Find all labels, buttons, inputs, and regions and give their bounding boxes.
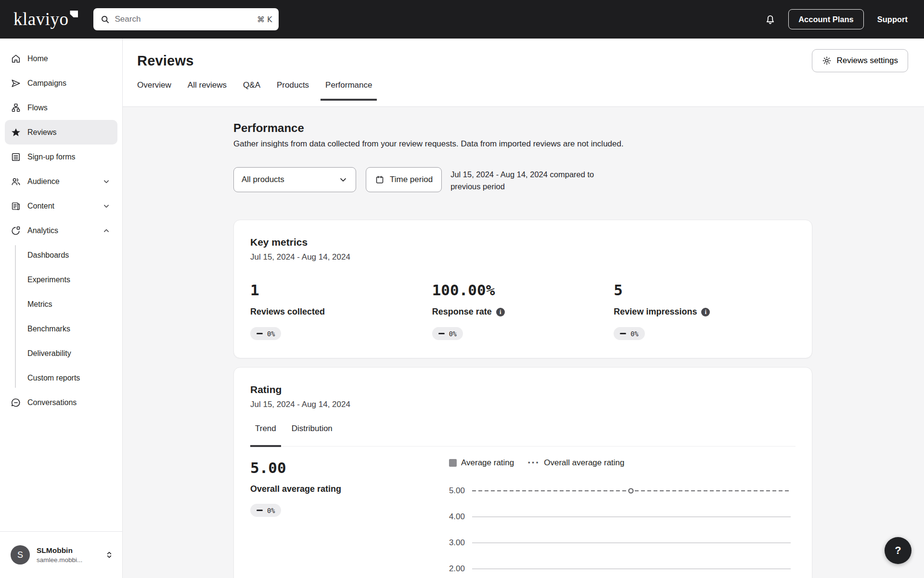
- data-point-marker[interactable]: [628, 488, 633, 494]
- tab-distribution[interactable]: Distribution: [287, 424, 337, 446]
- metric-value: 1: [250, 281, 432, 299]
- reviews-settings-button[interactable]: Reviews settings: [812, 49, 908, 72]
- sidebar-item-home[interactable]: Home: [5, 46, 117, 71]
- key-metrics-title: Key metrics: [250, 236, 796, 248]
- no-change-dash-icon: [257, 510, 263, 511]
- y-axis-tick-label: 2.00: [442, 564, 465, 574]
- change-badge: 0%: [250, 504, 281, 517]
- overall-rating-label: Overall average rating: [250, 484, 442, 494]
- change-badge: 0%: [432, 327, 463, 340]
- klaviyo-wordmark: klaviyo: [13, 10, 68, 29]
- tab-overview[interactable]: Overview: [132, 80, 176, 100]
- sidebar-item-audience[interactable]: Audience: [5, 169, 117, 194]
- tab-products[interactable]: Products: [272, 80, 314, 100]
- sidebar-item-custom-reports[interactable]: Custom reports: [0, 366, 122, 390]
- chart-legend: Average rating ··· Overall average ratin…: [442, 457, 796, 469]
- page-title: Reviews: [137, 53, 812, 69]
- tab-trend[interactable]: Trend: [250, 424, 281, 447]
- sidebar-item-reviews[interactable]: Reviews: [5, 120, 117, 144]
- metric-reviews-collected: 1 Reviews collected 0%: [250, 281, 432, 340]
- flows-icon: [11, 103, 21, 113]
- chevron-down-icon: [102, 177, 111, 186]
- analytics-pie-icon: [11, 225, 21, 236]
- form-icon: [11, 152, 21, 162]
- rating-trend-chart: Average rating ··· Overall average ratin…: [442, 457, 796, 578]
- rating-chart-rows: 5.004.003.002.00: [442, 469, 796, 578]
- klaviyo-logo[interactable]: klaviyo: [13, 10, 78, 29]
- star-icon: [11, 127, 21, 138]
- global-search[interactable]: ⌘ K: [93, 8, 279, 30]
- time-period-button[interactable]: Time period: [366, 167, 442, 192]
- chat-icon: [11, 397, 21, 408]
- sidebar-item-signup-forms[interactable]: Sign-up forms: [5, 144, 117, 169]
- section-title: Performance: [233, 121, 812, 135]
- chevron-up-icon: [102, 226, 111, 235]
- y-axis-tick-label: 3.00: [442, 538, 465, 548]
- sidebar-item-campaigns[interactable]: Campaigns: [5, 71, 117, 95]
- sidebar: Home Campaigns Flows Reviews Sign-up for…: [0, 39, 123, 578]
- tab-qa[interactable]: Q&A: [238, 80, 265, 100]
- analytics-subnav: Dashboards Experiments Metrics Benchmark…: [0, 243, 122, 390]
- metric-label: Review impressionsi: [614, 307, 796, 317]
- account-plans-button[interactable]: Account Plans: [788, 9, 864, 29]
- rating-tabs: Trend Distribution: [250, 424, 796, 447]
- sidebar-item-content[interactable]: Content: [5, 194, 117, 218]
- rating-card: Rating Jul 15, 2024 - Aug 14, 2024 Trend…: [233, 367, 812, 578]
- chart-gridline-row: 3.00: [442, 538, 791, 548]
- comparison-period-note: Jul 15, 2024 - Aug 14, 2024 compared to …: [450, 167, 624, 193]
- info-icon[interactable]: i: [701, 308, 710, 316]
- change-badge: 0%: [250, 327, 281, 340]
- send-icon: [11, 78, 21, 89]
- legend-swatch-average-rating: [449, 459, 457, 467]
- sidebar-item-dashboards[interactable]: Dashboards: [0, 243, 122, 267]
- no-change-dash-icon: [438, 333, 445, 334]
- search-icon: [100, 14, 110, 24]
- klaviyo-flag-icon: [70, 11, 78, 17]
- metric-value: 100.00%: [432, 281, 614, 299]
- metric-value: 5: [614, 281, 796, 299]
- sidebar-item-analytics[interactable]: Analytics: [5, 218, 117, 243]
- calendar-icon: [375, 175, 385, 184]
- help-button[interactable]: ?: [885, 537, 911, 564]
- user-account-switcher[interactable]: S SLMobbin samlee.mobbi...: [0, 531, 122, 578]
- home-icon: [11, 53, 21, 64]
- sidebar-item-benchmarks[interactable]: Benchmarks: [0, 316, 122, 341]
- section-description: Gather insights from data collected from…: [233, 139, 812, 149]
- overall-rating-value: 5.00: [250, 459, 442, 476]
- y-axis-tick-label: 4.00: [442, 512, 465, 522]
- metric-label: Response ratei: [432, 307, 614, 317]
- chart-gridline-row: 5.00: [442, 486, 791, 496]
- chevron-down-icon: [102, 202, 111, 210]
- key-metrics-daterange: Jul 15, 2024 - Aug 14, 2024: [250, 252, 796, 262]
- gear-icon: [822, 56, 832, 66]
- search-input[interactable]: [115, 14, 257, 24]
- tab-all-reviews[interactable]: All reviews: [183, 80, 231, 100]
- gridline: [472, 542, 791, 543]
- y-axis-tick-label: 5.00: [442, 486, 465, 496]
- legend-dotted-line-icon: ···: [527, 460, 539, 465]
- support-link[interactable]: Support: [877, 15, 908, 24]
- notifications-button[interactable]: [760, 10, 780, 29]
- product-filter-select[interactable]: All products: [233, 167, 356, 192]
- sidebar-item-deliverability[interactable]: Deliverability: [0, 341, 122, 366]
- change-badge: 0%: [614, 327, 644, 340]
- no-change-dash-icon: [257, 333, 263, 334]
- key-metrics-card: Key metrics Jul 15, 2024 - Aug 14, 2024 …: [233, 220, 812, 358]
- expand-chevrons-icon: [104, 550, 115, 560]
- search-shortcut-hint: ⌘ K: [257, 15, 272, 24]
- tab-performance[interactable]: Performance: [321, 80, 377, 101]
- rating-daterange: Jul 15, 2024 - Aug 14, 2024: [250, 400, 796, 409]
- metric-review-impressions: 5 Review impressionsi 0%: [614, 281, 796, 340]
- sidebar-item-metrics[interactable]: Metrics: [0, 292, 122, 316]
- info-icon[interactable]: i: [496, 308, 505, 316]
- sidebar-item-experiments[interactable]: Experiments: [0, 267, 122, 292]
- bell-icon: [764, 13, 776, 26]
- content-icon: [11, 201, 21, 211]
- sidebar-item-flows[interactable]: Flows: [5, 95, 117, 120]
- sidebar-item-conversations[interactable]: Conversations: [5, 390, 117, 415]
- legend-label: Average rating: [461, 458, 514, 468]
- avatar: S: [11, 545, 30, 565]
- gridline: [472, 516, 791, 517]
- people-icon: [11, 176, 21, 187]
- topbar: klaviyo ⌘ K Account Plans Support: [0, 0, 924, 39]
